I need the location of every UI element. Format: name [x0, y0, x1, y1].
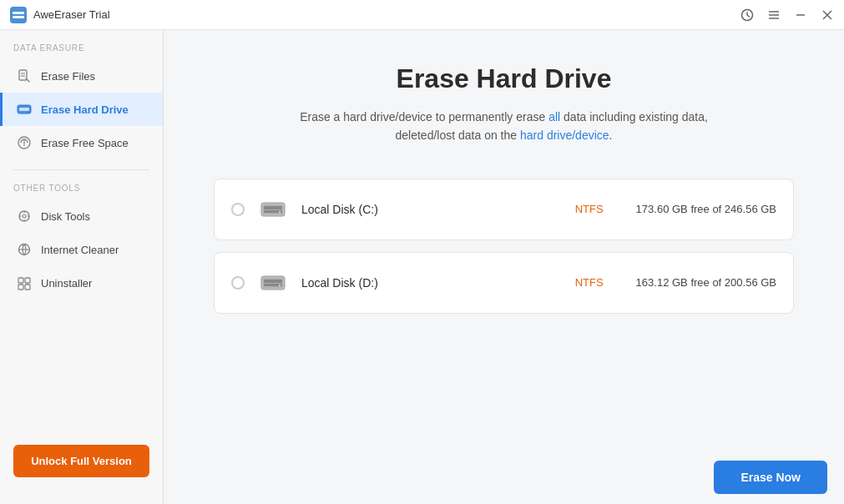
drive-name-d: Local Disk (D:) [301, 276, 543, 290]
sidebar-item-label: Uninstaller [41, 277, 92, 290]
app-title: AweEraser Trial [33, 8, 110, 21]
content-wrapper: Erase Hard Drive Erase a hard drive/devi… [164, 30, 844, 504]
sidebar-item-label: Erase Hard Drive [41, 103, 129, 116]
drive-icon-c [258, 194, 288, 224]
data-erasure-label: DATA ERASURE [0, 43, 163, 59]
close-icon[interactable] [821, 8, 834, 22]
svg-rect-29 [25, 285, 30, 290]
minimize-icon[interactable] [794, 8, 807, 22]
drive-radio-d[interactable] [231, 276, 245, 290]
bottom-bar: Erase Now [164, 451, 844, 504]
svg-rect-32 [264, 206, 282, 209]
drive-icon-d [258, 268, 288, 298]
drive-fs-c: NTFS [556, 203, 623, 215]
drive-item-d[interactable]: Local Disk (D:) NTFS 163.12 GB free of 2… [214, 252, 794, 314]
svg-rect-27 [25, 278, 30, 283]
drive-list: Local Disk (C:) NTFS 173.60 GB free of 2… [214, 179, 794, 325]
erase-files-icon [16, 68, 33, 84]
svg-point-15 [28, 111, 29, 113]
drive-space-c: 173.60 GB free of 246.56 GB [636, 203, 776, 215]
uninstaller-icon [16, 275, 33, 291]
svg-rect-0 [10, 7, 27, 23]
drive-radio-c[interactable] [231, 203, 245, 216]
erase-now-button[interactable]: Erase Now [714, 461, 827, 494]
sidebar: DATA ERASURE Erase Files [0, 30, 164, 504]
content-area: Erase Hard Drive Erase a hard drive/devi… [164, 30, 844, 451]
title-bar-left: AweEraser Trial [10, 7, 110, 23]
sidebar-item-uninstaller[interactable]: Uninstaller [0, 266, 163, 300]
page-title: Erase Hard Drive [214, 63, 794, 94]
sidebar-item-label: Disk Tools [41, 210, 90, 223]
sidebar-item-label: Erase Free Space [41, 137, 129, 149]
highlight-all: all [548, 110, 560, 123]
menu-icon[interactable] [767, 8, 781, 22]
disk-tools-icon [16, 208, 33, 224]
svg-rect-26 [18, 278, 23, 283]
svg-point-19 [23, 214, 26, 218]
drive-name-c: Local Disk (C:) [301, 203, 543, 216]
erase-free-space-icon [16, 134, 33, 151]
drive-space-d: 163.12 GB free of 200.56 GB [636, 276, 776, 289]
svg-rect-28 [18, 285, 23, 290]
sidebar-item-erase-free-space[interactable]: Erase Free Space [0, 126, 163, 159]
title-bar: AweEraser Trial [0, 0, 844, 30]
sidebar-item-erase-hard-drive[interactable]: Erase Hard Drive [0, 93, 163, 126]
title-bar-right [740, 8, 834, 22]
svg-point-34 [279, 211, 280, 213]
sidebar-item-internet-cleaner[interactable]: Internet Cleaner [0, 233, 163, 266]
unlock-full-version-button[interactable]: Unlock Full Version [13, 445, 149, 477]
sidebar-item-label: Erase Files [41, 70, 95, 83]
svg-point-39 [279, 285, 280, 286]
drive-fs-d: NTFS [556, 276, 623, 289]
content-description: Erase a hard drive/device to permanently… [214, 108, 794, 145]
sidebar-item-erase-files[interactable]: Erase Files [0, 59, 163, 93]
sidebar-item-disk-tools[interactable]: Disk Tools [0, 199, 163, 233]
highlight-device: hard drive/device [520, 129, 609, 142]
sidebar-item-label: Internet Cleaner [41, 244, 119, 256]
sidebar-footer: Unlock Full Version [0, 431, 163, 491]
svg-rect-1 [13, 12, 24, 14]
sidebar-divider [13, 169, 149, 170]
svg-rect-14 [19, 108, 29, 111]
svg-rect-37 [264, 280, 282, 283]
history-icon[interactable] [740, 8, 754, 22]
other-tools-label: OTHER TOOLS [0, 184, 163, 199]
app-icon [10, 7, 27, 23]
drive-item-c[interactable]: Local Disk (C:) NTFS 173.60 GB free of 2… [214, 179, 794, 240]
main-layout: DATA ERASURE Erase Files [0, 30, 844, 504]
internet-cleaner-icon [16, 241, 33, 258]
hard-drive-icon [16, 101, 33, 118]
svg-rect-2 [13, 16, 24, 18]
